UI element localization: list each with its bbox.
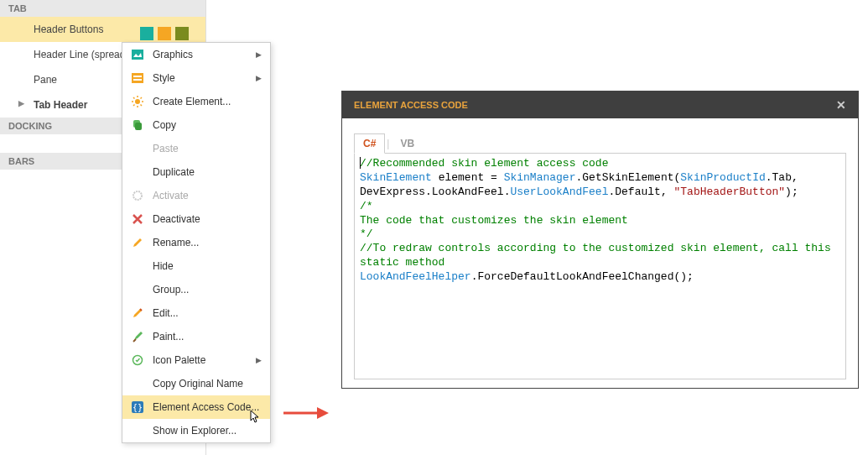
svg-rect-1 [132, 73, 143, 83]
blank-icon [131, 283, 144, 296]
arrow-icon [283, 405, 330, 421]
tree-section-tab: TAB [0, 0, 205, 17]
menu-item-group[interactable]: Group... [122, 278, 270, 301]
menu-item-show-explorer[interactable]: Show in Explorer... [122, 419, 270, 442]
svg-line-12 [141, 97, 143, 99]
menu-item-icon-palette[interactable]: Icon Palette ▶ [122, 348, 270, 372]
gear-icon [131, 189, 144, 202]
menu-item-rename[interactable]: Rename... [122, 231, 270, 254]
x-icon [131, 212, 144, 226]
menu-item-copy[interactable]: Copy [122, 113, 270, 137]
color-swatches [140, 27, 189, 40]
svg-rect-14 [135, 123, 142, 130]
brush-icon [131, 330, 144, 343]
close-icon[interactable]: ✕ [836, 98, 846, 112]
svg-line-11 [133, 105, 135, 107]
chevron-right-icon: ▶ [256, 74, 262, 82]
swatch-orange[interactable] [158, 27, 171, 40]
svg-point-4 [135, 99, 140, 104]
sun-icon [131, 95, 144, 108]
svg-rect-2 [133, 76, 142, 77]
blank-icon [131, 424, 144, 437]
menu-item-activate: Activate [122, 184, 270, 207]
copy-icon [131, 118, 144, 132]
svg-text:{}: {} [133, 403, 143, 412]
swatch-olive[interactable] [175, 27, 189, 40]
svg-rect-3 [133, 79, 142, 81]
braces-icon: {} [131, 400, 144, 414]
svg-point-15 [133, 191, 142, 200]
menu-item-element-access-code[interactable]: {} Element Access Code... [122, 395, 270, 419]
element-access-code-dialog: ELEMENT ACCESS CODE ✕ C# | VB //Recommen… [341, 91, 859, 389]
style-icon [131, 71, 144, 85]
blank-icon [131, 142, 144, 155]
menu-item-edit[interactable]: Edit... [122, 301, 270, 325]
menu-item-duplicate[interactable]: Duplicate [122, 160, 270, 184]
blank-icon [131, 377, 144, 390]
chevron-right-icon: ▶ [256, 356, 262, 364]
target-icon [131, 353, 144, 367]
tab-separator: | [387, 138, 389, 149]
blank-icon [131, 259, 144, 273]
dialog-header: ELEMENT ACCESS CODE ✕ [342, 92, 858, 118]
context-menu: Graphics ▶ Style ▶ Create Element... Cop… [122, 42, 271, 443]
menu-item-paste: Paste [122, 137, 270, 160]
menu-item-graphics[interactable]: Graphics ▶ [122, 43, 270, 66]
menu-item-deactivate[interactable]: Deactivate [122, 207, 270, 231]
menu-item-hide[interactable]: Hide [122, 254, 270, 278]
code-block[interactable]: //Recommended skin element access code S… [354, 153, 846, 379]
expand-icon[interactable]: ▶ [18, 99, 24, 107]
svg-line-10 [141, 105, 143, 107]
pencil-icon [131, 236, 144, 249]
blank-icon [131, 165, 144, 179]
cursor-icon [250, 410, 263, 423]
dialog-title: ELEMENT ACCESS CODE [354, 100, 468, 110]
image-icon [131, 48, 144, 61]
menu-item-paint[interactable]: Paint... [122, 325, 270, 348]
pencil-icon [131, 306, 144, 320]
menu-item-copy-original[interactable]: Copy Original Name [122, 372, 270, 395]
tab-vb[interactable]: VB [391, 133, 424, 154]
svg-rect-0 [132, 50, 143, 60]
svg-line-9 [133, 97, 135, 99]
tab-csharp[interactable]: C# [354, 133, 385, 154]
menu-item-style[interactable]: Style ▶ [122, 66, 270, 90]
code-language-tabs: C# | VB [354, 133, 846, 154]
swatch-teal[interactable] [140, 27, 153, 40]
menu-item-create-element[interactable]: Create Element... [122, 90, 270, 113]
chevron-right-icon: ▶ [256, 50, 262, 59]
